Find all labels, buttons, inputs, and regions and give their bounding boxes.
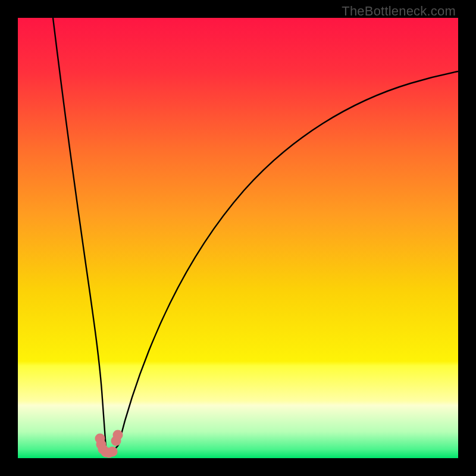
chart-frame: TheBottleneck.com [0, 0, 476, 476]
curve-right-branch [118, 71, 458, 445]
marker-dot [108, 447, 118, 457]
marker-dot [113, 430, 123, 440]
bottleneck-curve [18, 18, 458, 458]
plot-area [18, 18, 458, 458]
curve-left-branch [53, 18, 106, 447]
watermark-text: TheBottleneck.com [342, 4, 456, 19]
vertex-marker-group [95, 430, 123, 458]
